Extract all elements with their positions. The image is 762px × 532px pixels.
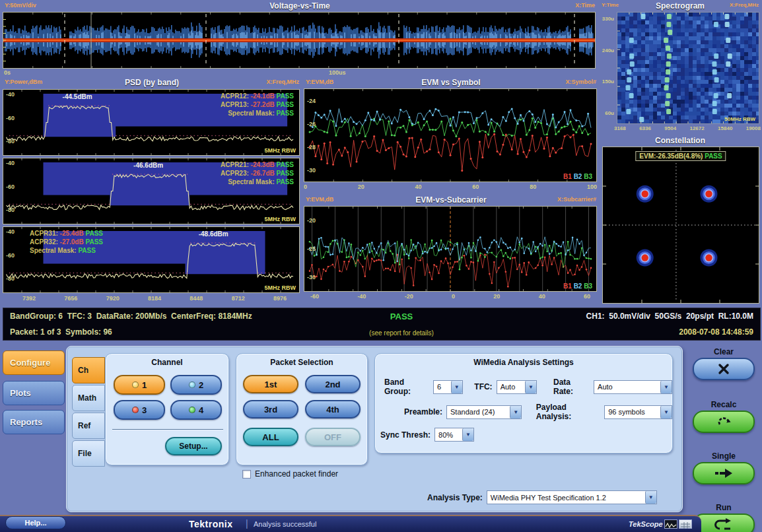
tekscope-app-name: TekScope	[629, 520, 663, 528]
tick-label: 80	[530, 183, 536, 190]
tick-label: 60	[472, 183, 479, 190]
clear-button[interactable]	[693, 358, 755, 380]
evm-subcarrier-header: Y:EVM,dB EVM-vs-Subcarrier X:Subcarrier#	[304, 195, 598, 206]
status-center-column: PASS (see report for details)	[314, 312, 489, 337]
acpr-value: -27.0dB	[60, 238, 84, 246]
settings-row-2: Preamble: Standard (24)▼ Payload Analysi…	[404, 403, 672, 421]
spectrogram-y-axis-label: Y:Time	[602, 2, 619, 8]
setup-label: Setup...	[179, 442, 207, 451]
psd-y-axis-label: Y:Power,dBm	[5, 79, 42, 85]
psd-band2-rbw-label: 5MHz RBW	[265, 216, 296, 222]
status-tfc: TFC: 3	[67, 312, 92, 321]
packet-4th-button[interactable]: 4th	[305, 400, 361, 418]
evm-subcarrier-canvas: -20-25-30 B1 B2 B3	[304, 206, 597, 292]
packet-off-button[interactable]: OFF	[305, 428, 361, 446]
wimedia-settings-group: WiMedia Analysis Settings Band Group: 6▼…	[374, 353, 673, 453]
tick-label: -28	[307, 144, 316, 150]
tab-reports[interactable]: Reports	[3, 410, 65, 434]
channel-4-label: 4	[199, 405, 203, 415]
preamble-select[interactable]: Standard (24)▼	[446, 405, 522, 419]
constellation-title: Constellation	[600, 136, 761, 145]
tick-label: -20	[307, 217, 316, 224]
tick-label: 3168	[614, 125, 626, 131]
mask-verdict: PASS	[277, 178, 294, 185]
tick-label: 100us	[329, 69, 346, 76]
tick-label: 7392	[22, 295, 36, 302]
psd-title: PSD (by band)	[3, 78, 301, 87]
tab-file[interactable]: File	[72, 440, 105, 467]
chevron-down-icon: ▼	[660, 381, 672, 393]
ch1-color-dot-icon	[132, 382, 139, 388]
tick-label: 20	[493, 293, 500, 300]
band-group-value: 6	[434, 383, 451, 391]
acpr-value: -27.2dB	[251, 101, 275, 108]
channel-1-button[interactable]: 1	[114, 375, 165, 395]
run-button[interactable]	[693, 514, 755, 532]
acpr-line: ACPR23: -26.7dB PASS	[221, 169, 294, 178]
recalc-group: Recalc	[687, 400, 761, 433]
payload-analysis-select[interactable]: 96 symbols▼	[604, 405, 672, 419]
channel-acquisition-info: CH1: 50.0mV/div 50GS/s 20ps/pt RL:10.0M	[489, 312, 753, 321]
acpr-line: ACPR32: -27.0dB PASS	[30, 238, 103, 246]
packet-1st-button[interactable]: 1st	[243, 375, 298, 393]
status-line1: BandGroup: 6 TFC: 3 DataRate: 200Mb/s Ce…	[10, 312, 314, 321]
wimedia-settings-title: WiMedia Analysis Settings	[375, 358, 672, 367]
tfc-select[interactable]: Auto▼	[497, 380, 537, 394]
tick-label: 7920	[106, 295, 120, 302]
mask-verdict: PASS	[277, 110, 294, 117]
recalc-button[interactable]	[693, 411, 755, 433]
channel-2-label: 2	[199, 380, 203, 390]
acpr-value: -26.7dB	[251, 170, 275, 177]
status-data-rate: DataRate: 200Mb/s	[96, 312, 167, 321]
enhanced-packet-finder-checkbox[interactable]	[242, 470, 251, 479]
tick-label: 0s	[4, 69, 11, 76]
acpr-label: ACPR31:	[30, 230, 58, 237]
data-rate-select[interactable]: Auto▼	[594, 380, 672, 394]
sync-thresh-label: Sync Thresh:	[380, 430, 431, 440]
tick-label: -30	[307, 167, 316, 174]
tab-math[interactable]: Math	[72, 385, 105, 411]
configure-panel: Ch Math Ref File Channel 1 2 3 4 Setup..…	[66, 346, 683, 512]
evm-symbol-x-axis: 020406080100	[304, 183, 597, 190]
psd-band2-annotations: ACPR21: -24.3dB PASS ACPR23: -26.7dB PAS…	[221, 160, 294, 186]
channel-3-button[interactable]: 3	[114, 400, 165, 420]
recalc-refresh-icon	[715, 414, 732, 430]
taskbar-grid-icon[interactable]	[679, 519, 692, 529]
tick-label: 150u	[602, 79, 614, 84]
tick-label: 8976	[273, 295, 287, 302]
tab-configure[interactable]: Configure	[3, 350, 65, 375]
psd-header: Y:Power,dBm PSD (by band) X:Freq,MHz	[3, 78, 301, 88]
band-group-select[interactable]: 6▼	[433, 380, 463, 394]
tick-label: 40	[415, 183, 422, 190]
channel-4-button[interactable]: 4	[170, 400, 222, 420]
analysis-type-select[interactable]: WiMedia PHY Test Specification 1.2▼	[487, 490, 657, 504]
tick-label: 9504	[664, 125, 676, 131]
tab-ref[interactable]: Ref	[72, 413, 105, 439]
tick-label: 60	[584, 293, 590, 300]
data-rate-value: Auto	[594, 383, 660, 391]
sync-thresh-select[interactable]: 80%▼	[434, 428, 474, 442]
taskbar-waveform-icon[interactable]	[664, 519, 677, 529]
spectrogram-rbw-label: 50MHz RBW	[724, 116, 755, 122]
evm-subcarrier-x-axis-label: X:Subcarrier#	[557, 196, 596, 203]
tick-label: 60u	[605, 110, 614, 116]
single-button[interactable]	[693, 462, 755, 484]
chevron-down-icon: ▼	[525, 381, 536, 393]
tab-ch[interactable]: Ch	[72, 357, 105, 383]
help-button[interactable]: Help...	[5, 516, 66, 529]
packet-3rd-button[interactable]: 3rd	[243, 400, 298, 418]
ch2-color-dot-icon	[189, 382, 195, 388]
spectral-mask-line: Spectral Mask: PASS	[221, 109, 294, 117]
channel-setup-button[interactable]: Setup...	[165, 437, 222, 455]
legend-b3: B3	[584, 173, 592, 180]
packet-all-button[interactable]: ALL	[243, 428, 298, 446]
channel-2-button[interactable]: 2	[170, 375, 222, 395]
tab-plots[interactable]: Plots	[3, 381, 65, 405]
voltage-x-axis: 0s 100us	[3, 69, 596, 77]
packet-2nd-button[interactable]: 2nd	[305, 375, 361, 393]
mask-label: Spectral Mask:	[228, 110, 275, 117]
legend-b2: B2	[574, 283, 582, 290]
channel-3-label: 3	[142, 405, 147, 415]
tfc-label: TFC:	[474, 382, 492, 391]
evm-vs-symbol-panel: Y:EVM,dB EVM vs Symbol X:Symbol# -24-26-…	[304, 78, 598, 193]
